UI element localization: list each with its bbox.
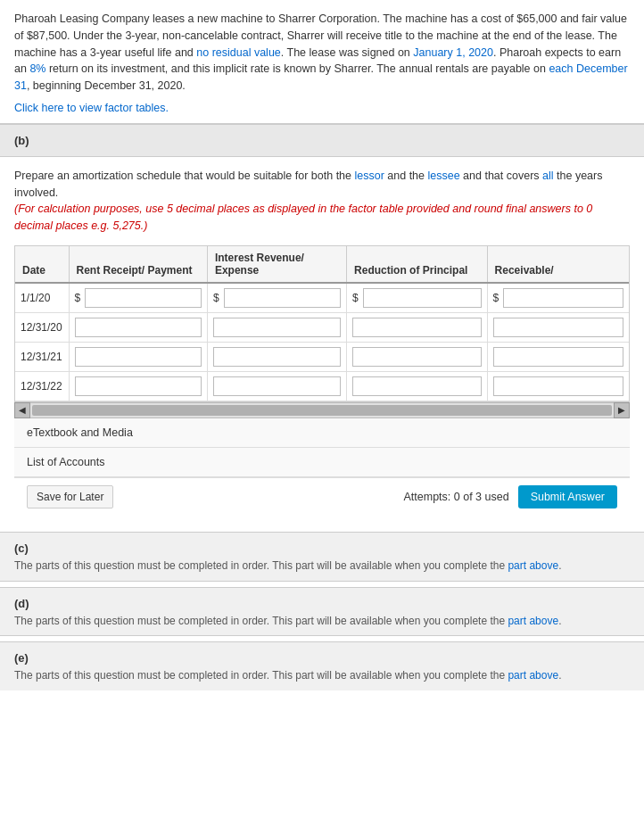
save-later-button[interactable]: Save for Later: [27, 485, 113, 508]
receivable-input-4[interactable]: [493, 376, 623, 396]
dollar-sign-1a: $: [75, 292, 83, 304]
rent-cell-1: $: [69, 283, 207, 313]
col-interest: Interest Revenue/ Expense: [207, 246, 346, 283]
reduction-input-2[interactable]: [352, 318, 482, 337]
part-b-label: (b): [14, 134, 29, 147]
reduction-input-3[interactable]: [352, 347, 482, 367]
interest-cell-4: [207, 371, 346, 401]
part-c-locked-text: The parts of this question must be compl…: [14, 558, 630, 574]
rent-input-2[interactable]: [75, 318, 202, 337]
part-e-section: (e) The parts of this question must be c…: [0, 641, 644, 690]
interest-input-4[interactable]: [213, 376, 341, 396]
intro-section: Pharoah Leasing Company leases a new mac…: [0, 0, 644, 124]
amort-table: Date Rent Receipt/ Payment Interest Reve…: [15, 246, 629, 401]
part-e-highlight: part above: [508, 669, 558, 682]
receivable-cell-4: [487, 371, 629, 401]
rent-cell-2: [69, 312, 207, 342]
rent-cell-3: [69, 342, 207, 371]
rent-input-4[interactable]: [75, 376, 202, 396]
dollar-sign-1d: $: [493, 292, 501, 304]
col-receivable: Receivable/: [487, 246, 629, 283]
part-e-label: (e): [14, 651, 630, 665]
col-rent: Rent Receipt/ Payment: [69, 246, 207, 283]
date-cell-4: 12/31/22: [15, 371, 69, 401]
part-b-header: (b): [0, 124, 644, 157]
reduction-cell-4: [347, 371, 488, 401]
date-cell-1: 1/1/20: [15, 283, 69, 313]
part-c-section: (c) The parts of this question must be c…: [0, 532, 644, 581]
interest-cell-1: $: [207, 283, 346, 313]
part-c-label: (c): [14, 542, 630, 555]
amort-table-wrapper: Date Rent Receipt/ Payment Interest Reve…: [14, 245, 630, 402]
divider-d-e: [0, 635, 644, 636]
scroll-track[interactable]: [32, 405, 612, 416]
etextbook-button[interactable]: eTextbook and Media: [14, 418, 630, 448]
dollar-sign-1b: $: [213, 292, 221, 304]
date-cell-2: 12/31/20: [15, 312, 69, 342]
receivable-input-2[interactable]: [493, 318, 623, 337]
reduction-cell-1: $: [347, 283, 488, 313]
instructions-italic: (For calculation purposes, use 5 decimal…: [14, 203, 592, 232]
table-row: 12/31/21: [15, 342, 629, 371]
interest-input-2[interactable]: [213, 318, 341, 337]
part-b-content: Prepare an amortization schedule that wo…: [0, 157, 644, 526]
intro-paragraph: Pharoah Leasing Company leases a new mac…: [14, 11, 630, 95]
list-accounts-button[interactable]: List of Accounts: [14, 448, 630, 477]
rent-cell-4: [69, 371, 207, 401]
table-row: 1/1/20 $ $: [15, 283, 629, 313]
rent-input-3[interactable]: [75, 347, 202, 367]
table-row: 12/31/20: [15, 312, 629, 342]
highlight-rate: 8%: [29, 62, 45, 75]
highlight-payment-date: each December 31: [14, 62, 628, 92]
date-cell-3: 12/31/21: [15, 342, 69, 371]
highlight-lessee: lessee: [428, 169, 460, 182]
interest-cell-3: [207, 342, 346, 371]
receivable-input-3[interactable]: [493, 347, 623, 367]
col-date: Date: [15, 246, 69, 283]
highlight-date: January 1, 2020: [413, 46, 493, 59]
scroll-right-button[interactable]: ▶: [614, 402, 630, 418]
part-e-locked-text: The parts of this question must be compl…: [14, 668, 630, 683]
list-accounts-label: List of Accounts: [27, 456, 105, 468]
part-d-section: (d) The parts of this question must be c…: [0, 587, 644, 636]
receivable-cell-1: $: [487, 283, 629, 313]
dollar-sign-1c: $: [352, 292, 360, 304]
factor-tables-link[interactable]: Click here to view factor tables.: [14, 102, 169, 114]
reduction-input-1[interactable]: [363, 288, 482, 308]
rent-input-1[interactable]: [85, 288, 202, 308]
part-d-locked-text: The parts of this question must be compl…: [14, 614, 630, 629]
col-reduction: Reduction of Principal: [347, 246, 488, 283]
reduction-input-4[interactable]: [352, 376, 482, 396]
highlight-no-residual: no residual value: [196, 46, 281, 59]
footer-actions: Save for Later Attempts: 0 of 3 used Sub…: [14, 477, 630, 516]
part-c-highlight: part above: [508, 559, 558, 572]
instructions-text: Prepare an amortization schedule that wo…: [14, 168, 630, 235]
footer-right: Attempts: 0 of 3 used Submit Answer: [404, 485, 618, 508]
reduction-cell-3: [347, 342, 488, 371]
highlight-all: all: [542, 169, 554, 182]
scroll-left-button[interactable]: ◀: [14, 402, 30, 418]
interest-input-3[interactable]: [213, 347, 341, 367]
submit-answer-button[interactable]: Submit Answer: [518, 485, 617, 508]
receivable-cell-2: [487, 312, 629, 342]
part-d-label: (d): [14, 597, 630, 610]
receivable-cell-3: [487, 342, 629, 371]
receivable-input-1[interactable]: [503, 288, 623, 308]
table-row: 12/31/22: [15, 371, 629, 401]
highlight-lessor: lessor: [355, 169, 384, 182]
table-header-row: Date Rent Receipt/ Payment Interest Reve…: [15, 246, 629, 283]
attempts-text: Attempts: 0 of 3 used: [404, 491, 509, 503]
divider-c-d: [0, 581, 644, 582]
etextbook-label: eTextbook and Media: [27, 426, 133, 439]
interest-cell-2: [207, 312, 346, 342]
reduction-cell-2: [347, 312, 488, 342]
part-d-highlight: part above: [508, 615, 558, 627]
interest-input-1[interactable]: [224, 288, 342, 308]
horizontal-scrollbar[interactable]: ◀ ▶: [14, 402, 630, 418]
